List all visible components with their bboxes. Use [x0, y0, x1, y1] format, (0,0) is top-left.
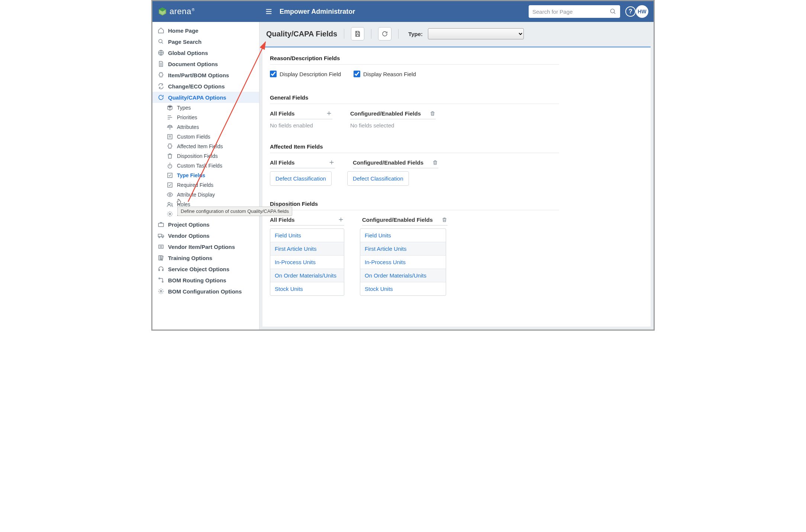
briefcase-icon	[158, 221, 164, 228]
sidebar-toggle-icon[interactable]	[265, 7, 273, 16]
disposition-item[interactable]: Field Units	[270, 229, 344, 242]
sidebar-item-bom-configuration-options[interactable]: BOM Configuration Options	[152, 286, 259, 297]
sidebar-item-quality-capa-options[interactable]: Quality/CAPA Options	[152, 92, 259, 103]
eye-icon	[167, 191, 173, 198]
add-disposition-button[interactable]	[338, 216, 344, 223]
search-icon	[158, 38, 164, 45]
save-button[interactable]	[351, 27, 364, 40]
users-icon	[167, 201, 173, 208]
disposition-configured-table: Field UnitsFirst Article UnitsIn-Process…	[360, 228, 446, 296]
sidebar-item-global-options[interactable]: Global Options	[152, 47, 259, 58]
disposition-item[interactable]: Field Units	[360, 229, 446, 242]
svg-rect-13	[159, 245, 163, 249]
brand-name: arena®	[170, 7, 195, 16]
sidebar-item-page-search[interactable]: Page Search	[152, 36, 259, 47]
section-disposition-title: Disposition Fields	[270, 201, 651, 207]
sidebar-sub-attribute-display[interactable]: Attribute Display	[152, 190, 259, 200]
sidebar-item-item-part-bom-options[interactable]: Item/Part/BOM Options	[152, 69, 259, 81]
sidebar-item-vendor-item-part-options[interactable]: Vendor Item/Part Options	[152, 241, 259, 252]
search-input[interactable]	[532, 9, 607, 15]
bars-icon	[167, 114, 173, 121]
user-avatar[interactable]: HW	[636, 5, 648, 18]
svg-point-9	[169, 213, 171, 215]
delete-field-button[interactable]	[429, 110, 436, 117]
type-select[interactable]	[428, 28, 524, 39]
section-reason-title: Reason/Description Fields	[270, 55, 651, 61]
truck-icon	[158, 232, 164, 239]
svg-point-11	[159, 237, 160, 238]
disposition-item[interactable]: In-Process Units	[360, 256, 446, 269]
display-reason-checkbox[interactable]: Display Reason Field	[354, 71, 416, 77]
sidebar-sub-type-fields[interactable]: Type Fields	[152, 171, 259, 180]
disposition-item[interactable]: Stock Units	[360, 282, 446, 295]
no-fields-enabled-msg: No fields enabled	[270, 122, 332, 129]
type-label: Type:	[408, 31, 423, 37]
sidebar-sub-custom-task-fields[interactable]: Custom Task Fields	[152, 161, 259, 171]
page-header-title: Empower Administrator	[280, 8, 355, 16]
stopwatch-icon	[167, 162, 173, 169]
svg-rect-5	[168, 173, 172, 178]
defect-classification-item[interactable]: Defect Classification	[270, 171, 332, 186]
sidebar-sub-required-fields[interactable]: Required Fields	[152, 180, 259, 190]
cursor-pointer-icon	[175, 198, 182, 205]
sidebar-item-service-object-options[interactable]: Service Object Options	[152, 263, 259, 275]
sidebar-item-vendor-options[interactable]: Vendor Options	[152, 230, 259, 241]
save-icon	[354, 30, 361, 37]
disposition-item[interactable]: First Article Units	[270, 242, 344, 256]
change-icon	[158, 83, 164, 90]
defect-classification-configured[interactable]: Defect Classification	[347, 171, 409, 186]
section-general-title: General Fields	[270, 94, 651, 101]
configured-fields-header: Configured/Enabled Fields	[350, 110, 436, 119]
add-affected-button[interactable]	[328, 159, 335, 166]
disposition-item[interactable]: First Article Units	[360, 242, 446, 256]
sidebar-sub-priorities[interactable]: Priorities	[152, 113, 259, 122]
search-page-field[interactable]	[529, 5, 620, 18]
sidebar: Home PagePage SearchGlobal OptionsDocume…	[152, 22, 259, 330]
add-field-button[interactable]	[326, 110, 332, 117]
svg-point-7	[169, 194, 171, 196]
sidebar-sub-types[interactable]: Types	[152, 103, 259, 113]
refresh-button[interactable]	[378, 27, 391, 40]
sidebar-item-change-eco-options[interactable]: Change/ECO Options	[152, 81, 259, 92]
sidebar-sub-affected-item-fields[interactable]: Affected Item Fields	[152, 142, 259, 151]
sidebar-item-training-options[interactable]: Training Options	[152, 252, 259, 263]
sidebar-item-project-options[interactable]: Project Options	[152, 219, 259, 230]
disposition-item[interactable]: On Order Materials/Units	[360, 269, 446, 282]
section-affected-title: Affected Item Fields	[270, 143, 651, 150]
capa-icon	[158, 94, 164, 101]
disposition-item[interactable]: On Order Materials/Units	[270, 269, 344, 282]
svg-point-14	[159, 278, 160, 279]
routing-icon	[158, 277, 164, 283]
globe-icon	[158, 49, 164, 56]
part-icon	[158, 72, 164, 78]
headset-icon	[158, 266, 164, 272]
sidebar-sub-attributes[interactable]: Attributes	[152, 122, 259, 132]
page-title: Quality/CAPA Fields	[266, 30, 337, 38]
sidebar-sub-disposition-fields[interactable]: Disposition Fields	[152, 151, 259, 161]
delete-disposition-button[interactable]	[441, 216, 448, 223]
svg-point-12	[162, 237, 163, 238]
svg-point-8	[168, 202, 170, 205]
sidebar-sub-custom-fields[interactable]: Custom Fields	[152, 132, 259, 142]
sidebar-item-document-options[interactable]: Document Options	[152, 58, 259, 69]
check-icon	[167, 182, 173, 188]
svg-rect-6	[168, 183, 172, 187]
all-fields-header: All Fields	[270, 110, 332, 119]
help-button[interactable]: ?	[625, 6, 636, 17]
delete-affected-button[interactable]	[432, 159, 438, 166]
display-description-checkbox[interactable]: Display Description Field	[270, 71, 341, 77]
tooltip: Define configuration of custom Quality/C…	[177, 207, 292, 216]
config-icon	[158, 288, 164, 295]
trash-icon	[167, 153, 173, 159]
svg-point-1	[159, 39, 162, 43]
check-icon	[167, 172, 173, 179]
svg-point-15	[162, 281, 163, 282]
books-icon	[158, 254, 164, 261]
disposition-item[interactable]: In-Process Units	[270, 256, 344, 269]
sidebar-item-bom-routing-options[interactable]: BOM Routing Options	[152, 275, 259, 286]
svg-point-0	[610, 9, 615, 13]
disposition-item[interactable]: Stock Units	[270, 282, 344, 295]
sidebar-item-home-page[interactable]: Home Page	[152, 25, 259, 36]
scale-icon	[167, 124, 173, 130]
search-icon[interactable]	[610, 8, 616, 15]
